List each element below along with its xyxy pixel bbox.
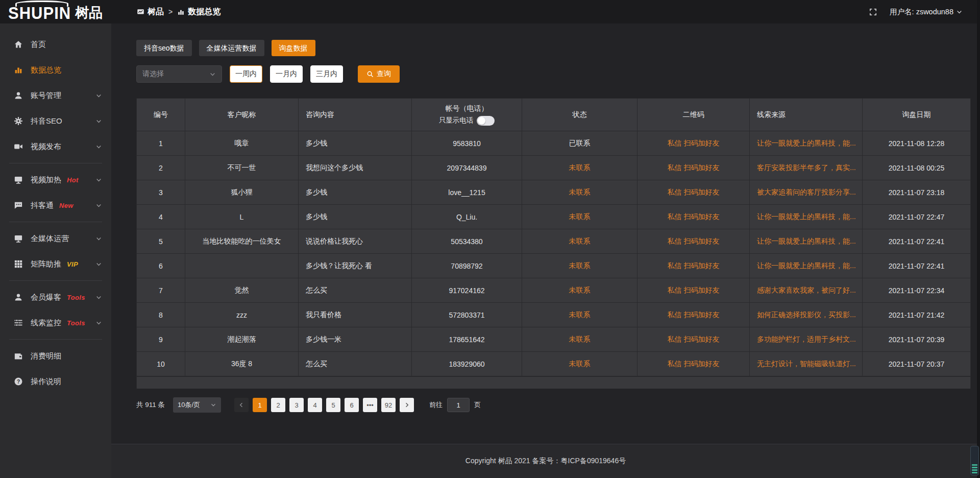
page-button-4[interactable]: 4 — [308, 398, 322, 412]
page-size-select[interactable]: 10条/页 — [173, 397, 221, 413]
cell-qrcode[interactable]: 私信 扫码加好友 — [638, 278, 750, 303]
pagination-ellipsis[interactable]: ••• — [363, 398, 377, 412]
sidebar-item-gear[interactable]: 抖音SEO — [0, 108, 111, 134]
chevron-down-icon — [95, 144, 102, 150]
page-number-group: 123456•••92 — [251, 398, 398, 412]
goto-page-input[interactable] — [447, 398, 470, 412]
cell-date: 2021-11-07 22:41 — [863, 254, 970, 278]
cell-qrcode[interactable]: 私信 扫码加好友 — [638, 205, 750, 229]
page-button-1[interactable]: 1 — [253, 398, 267, 412]
cell-source[interactable]: 感谢大家喜欢我家，被问了好... — [750, 278, 863, 303]
sidebar-item-label: 视频发布 — [31, 142, 61, 152]
cell-qrcode[interactable]: 私信 扫码加好友 — [638, 327, 750, 352]
query-button-label: 查询 — [377, 69, 391, 79]
sidebar-item-video[interactable]: 视频发布 — [0, 134, 111, 159]
sidebar-item-chart[interactable]: 数据总览 — [0, 57, 111, 83]
sidebar-item-monitor[interactable]: 全媒体运营 — [0, 226, 111, 251]
cell-source[interactable]: 多功能护栏灯，适用于乡村文... — [750, 327, 863, 352]
page-button-6[interactable]: 6 — [345, 398, 359, 412]
sidebar-item-chat[interactable]: 抖客通New — [0, 193, 111, 218]
cell-qrcode[interactable]: 私信 扫码加好友 — [638, 352, 750, 376]
cell-qrcode[interactable]: 私信 扫码加好友 — [638, 180, 750, 205]
table-body: 1哦章多少钱9583810已联系私信 扫码加好友让你一眼就爱上的黑科技，能...… — [137, 131, 970, 376]
sidebar-item-person[interactable]: 会员爆客Tools — [0, 284, 111, 310]
cell-source[interactable]: 让你一眼就爱上的黑科技，能... — [750, 229, 863, 254]
phone-only-toggle[interactable] — [477, 116, 495, 126]
breadcrumb-item-current[interactable]: 数据总览 — [177, 7, 220, 17]
cell-source[interactable]: 让你一眼就爱上的黑科技，能... — [750, 205, 863, 229]
sidebar-item-sliders[interactable]: 线索监控Tools — [0, 310, 111, 336]
cell-source[interactable]: 客厅安装投影半年多了，真实... — [750, 156, 863, 180]
sidebar-item-label: 操作说明 — [31, 377, 61, 387]
phone-toggle-label: 只显示电话 — [439, 116, 474, 125]
cell-source[interactable]: 被大家追着问的客厅投影分享... — [750, 180, 863, 205]
next-page-button[interactable] — [400, 398, 414, 412]
cell-content: 怎么买 — [299, 352, 412, 376]
cell-date: 2021-11-07 23:18 — [863, 180, 970, 205]
cell-source[interactable]: 无主灯设计，智能磁吸轨道灯... — [750, 352, 863, 376]
widget-bar — [972, 464, 977, 466]
cell-no: 1 — [137, 131, 185, 156]
chevron-down-icon — [956, 9, 963, 15]
username-label: 用户名: zswodun88 — [890, 7, 953, 17]
cell-source[interactable]: 如何正确选择投影仪，买投影... — [750, 303, 863, 327]
sidebar-item-home[interactable]: 首页 — [0, 32, 111, 57]
tab-询盘数据[interactable]: 询盘数据 — [272, 40, 315, 56]
cell-qrcode[interactable]: 私信 扫码加好友 — [638, 254, 750, 278]
sidebar-item-label: 消费明细 — [31, 351, 61, 361]
cell-qrcode[interactable]: 私信 扫码加好友 — [638, 156, 750, 180]
cell-source[interactable]: 让你一眼就爱上的黑科技，能... — [750, 131, 863, 156]
cell-content: 说说价格让我死心 — [299, 229, 412, 254]
copyright-text: Copyright 树品 2021 备案号：粤ICP备09019646号 — [465, 457, 626, 466]
prev-page-button[interactable] — [234, 398, 249, 412]
sidebar-item-badge: Tools — [67, 319, 85, 327]
table-row: 4L多少钱Q_Liu.未联系私信 扫码加好友让你一眼就爱上的黑科技，能...20… — [137, 205, 970, 229]
table-row: 9潮起潮落多少钱一米178651642未联系私信 扫码加好友多功能护栏灯，适用于… — [137, 327, 970, 352]
page-button-3[interactable]: 3 — [289, 398, 304, 412]
period-button[interactable]: 三月内 — [310, 65, 343, 83]
chevron-down-icon — [95, 177, 102, 183]
scrollbar-track[interactable] — [977, 0, 980, 478]
dashboard-icon — [137, 8, 144, 16]
cell-source[interactable]: 让你一眼就爱上的黑科技，能... — [750, 254, 863, 278]
column-header-no: 编号 — [137, 99, 185, 131]
cell-account: 50534380 — [412, 229, 522, 254]
sidebar-item-wallet[interactable]: 消费明细 — [0, 343, 111, 369]
chevron-down-icon — [95, 92, 102, 99]
page-button-5[interactable]: 5 — [326, 398, 340, 412]
cell-qrcode[interactable]: 私信 扫码加好友 — [638, 303, 750, 327]
floating-widget[interactable] — [970, 446, 979, 475]
sliders-icon — [14, 318, 23, 327]
cell-qrcode[interactable]: 私信 扫码加好友 — [638, 131, 750, 156]
wallet-icon — [14, 351, 23, 361]
sidebar-item-heat[interactable]: 视频加热Hot — [0, 167, 111, 193]
sidebar-item-user[interactable]: 账号管理 — [0, 83, 111, 108]
logo-text-en: SHUPIN — [8, 3, 71, 24]
page-button-92[interactable]: 92 — [381, 398, 396, 412]
sidebar-item-question[interactable]: ?操作说明 — [0, 369, 111, 394]
sidebar-item-grid[interactable]: 矩阵助推VIP — [0, 251, 111, 277]
period-button[interactable]: 一月内 — [270, 65, 303, 83]
cell-qrcode[interactable]: 私信 扫码加好友 — [638, 229, 750, 254]
account-select[interactable]: 请选择 — [136, 65, 222, 83]
page-size-label: 10条/页 — [178, 400, 200, 410]
table-row: 1哦章多少钱9583810已联系私信 扫码加好友让你一眼就爱上的黑科技，能...… — [137, 131, 970, 156]
select-placeholder: 请选择 — [142, 69, 164, 79]
top-bar: SHUPIN 树品 树品 > 数据总览 用户名: zswodun88 — [0, 0, 980, 23]
tab-抖音seo数据[interactable]: 抖音seo数据 — [136, 40, 192, 56]
breadcrumb: 树品 > 数据总览 — [137, 7, 220, 17]
sidebar-nav: 首页数据总览账号管理抖音SEO视频发布视频加热Hot抖客通New全媒体运营矩阵助… — [0, 23, 111, 478]
period-button[interactable]: 一周内 — [230, 65, 262, 83]
page-button-2[interactable]: 2 — [271, 398, 285, 412]
query-button[interactable]: 查询 — [358, 65, 400, 83]
fullscreen-icon[interactable] — [869, 8, 877, 16]
user-menu[interactable]: 用户名: zswodun88 — [890, 7, 963, 17]
cell-nickname: 觉然 — [185, 278, 299, 303]
tab-全媒体运营数据[interactable]: 全媒体运营数据 — [199, 40, 264, 56]
cell-account: 183929060 — [412, 352, 522, 376]
sidebar-item-label: 数据总览 — [31, 65, 61, 75]
breadcrumb-item-home[interactable]: 树品 — [137, 7, 164, 17]
cell-no: 6 — [137, 254, 185, 278]
cell-no: 3 — [137, 180, 185, 205]
cell-no: 10 — [137, 352, 185, 376]
